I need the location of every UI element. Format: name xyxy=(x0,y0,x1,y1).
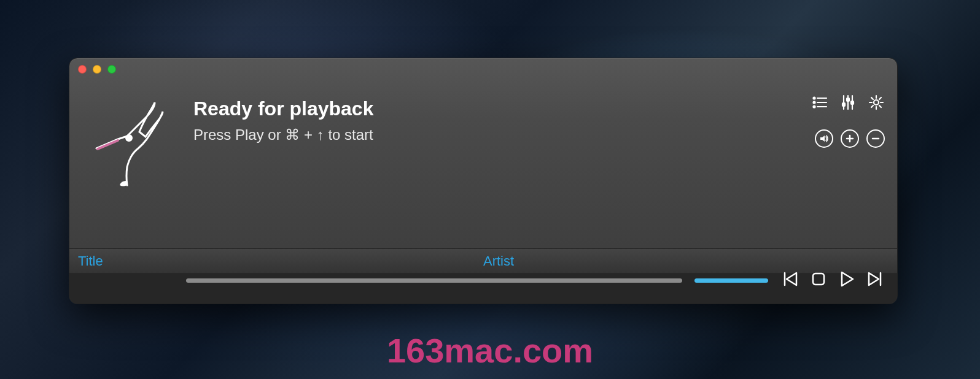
svg-rect-10 xyxy=(847,98,849,101)
player-window: Ready for playback Press Play or ⌘ + ↑ t… xyxy=(69,58,898,304)
svg-point-1 xyxy=(814,98,815,99)
volume-zoom-controls xyxy=(815,129,885,148)
album-art xyxy=(84,90,189,194)
svg-point-13 xyxy=(874,100,879,105)
fullscreen-button[interactable] xyxy=(107,65,116,74)
transport-controls xyxy=(780,269,885,291)
settings-icon[interactable] xyxy=(868,94,885,113)
player-top-section: Ready for playback Press Play or ⌘ + ↑ t… xyxy=(69,80,897,248)
svg-point-3 xyxy=(814,102,815,104)
svg-point-5 xyxy=(814,106,815,108)
close-button[interactable] xyxy=(78,65,87,74)
controls-row xyxy=(186,269,885,291)
progress-bar[interactable] xyxy=(186,278,682,283)
playback-title: Ready for playback xyxy=(193,98,886,120)
svg-rect-8 xyxy=(842,103,845,106)
watermark-text: 163mac.com xyxy=(387,331,593,370)
top-toolbar xyxy=(811,94,885,113)
stop-button[interactable] xyxy=(809,269,828,291)
playback-subtitle: Press Play or ⌘ + ↑ to start xyxy=(193,126,886,144)
play-button[interactable] xyxy=(837,269,857,291)
remove-button[interactable] xyxy=(866,129,885,148)
player-info: Ready for playback Press Play or ⌘ + ↑ t… xyxy=(189,80,886,240)
equalizer-icon[interactable] xyxy=(839,94,857,113)
add-button[interactable] xyxy=(841,129,859,148)
svg-rect-18 xyxy=(813,274,824,285)
previous-button[interactable] xyxy=(780,269,800,291)
playlist-icon[interactable] xyxy=(811,94,828,113)
hummingbird-icon xyxy=(84,90,189,194)
next-button[interactable] xyxy=(865,269,885,291)
volume-icon[interactable] xyxy=(815,129,833,148)
titlebar xyxy=(69,58,897,80)
column-artist[interactable]: Artist xyxy=(483,253,889,269)
column-title[interactable]: Title xyxy=(78,253,483,269)
volume-slider[interactable] xyxy=(694,278,768,283)
svg-rect-12 xyxy=(851,101,854,104)
svg-point-0 xyxy=(125,134,133,142)
minimize-button[interactable] xyxy=(93,65,101,74)
